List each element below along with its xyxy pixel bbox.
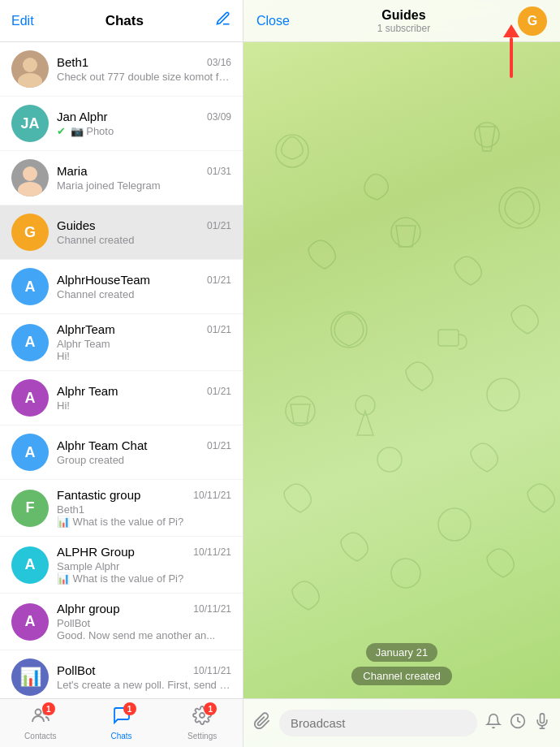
avatar-alphr-team-chat: A [11, 434, 49, 471]
channel-created-badge: Channel created [351, 667, 451, 685]
chat-item-fantastic-group[interactable]: F Fantastic group 10/11/21 Beth1 📊 What … [0, 480, 243, 537]
left-panel: Edit Chats Beth1 03/16 Check ou [0, 0, 243, 747]
chat-preview: Channel created [57, 288, 231, 300]
chat-info-maria: Maria 01/31 Maria joined Telegram [57, 164, 231, 192]
chat-info-alphr-team: AlphrTeam 01/21 Alphr Team Hi! [57, 322, 231, 362]
chat-preview: Maria joined Telegram [57, 179, 231, 192]
avatar-maria [11, 159, 49, 196]
tab-chats[interactable]: 1 Chats [81, 706, 162, 741]
chat-item-maria[interactable]: Maria 01/31 Maria joined Telegram [0, 151, 243, 205]
chat-preview: ✔ 📷 Photo [57, 125, 231, 137]
chat-info-guides: Guides 01/21 Channel created [57, 218, 231, 246]
compose-button[interactable] [215, 11, 231, 31]
settings-icon: 1 [192, 706, 212, 730]
chat-info-alphr-group: ALPHR Group 10/11/21 Sample Alphr 📊 What… [57, 545, 231, 585]
chat-preview: Sample Alphr [57, 560, 231, 572]
channel-title-area: Guides 1 subscriber [377, 8, 430, 34]
svg-point-3 [18, 182, 42, 196]
svg-point-2 [23, 166, 37, 181]
chat-preview: Channel created [57, 234, 231, 246]
tab-contacts[interactable]: 1 Contacts [0, 706, 81, 741]
chat-preview-2: Good. Now send me another an... [57, 629, 231, 641]
chat-item-pollbot[interactable]: 📊 PollBot 10/11/21 Let's create a new po… [0, 650, 243, 698]
chat-name: Beth1 [57, 55, 202, 69]
message-content: January 21 Channel created [243, 42, 560, 698]
chats-badge: 1 [123, 702, 136, 715]
chat-preview-2: 📊 What is the value of Pi? [57, 572, 231, 585]
chat-preview: Beth1 [57, 503, 231, 516]
avatar-fantastic-group: F [11, 490, 49, 527]
avatar-alphr-group: A [11, 546, 49, 584]
chat-list: Beth1 03/16 Check out 777 double size ko… [0, 42, 243, 698]
chat-date: 03/09 [207, 111, 231, 123]
chat-preview: Hi! [57, 399, 231, 412]
broadcast-input[interactable] [279, 710, 477, 736]
svg-point-1 [18, 73, 42, 88]
chat-item-alphr-team[interactable]: A AlphrTeam 01/21 Alphr Team Hi! [0, 314, 243, 371]
chat-date: 01/31 [207, 166, 231, 177]
chat-item-alphr-group[interactable]: A ALPHR Group 10/11/21 Sample Alphr 📊 Wh… [0, 537, 243, 594]
channel-avatar[interactable]: G [518, 6, 547, 36]
chats-title: Chats [106, 13, 144, 29]
chat-info-alphr-group2: Alphr group 10/11/21 PollBot Good. Now s… [57, 602, 231, 641]
chat-info-alphr-team-chat: Alphr Team Chat 01/21 Group created [57, 438, 231, 466]
avatar-alphr-group2: A [11, 603, 49, 641]
tab-settings[interactable]: 1 Settings [162, 706, 243, 741]
input-bar [243, 698, 560, 747]
chats-header: Edit Chats [0, 0, 243, 42]
chat-name: Jan Alphr [57, 110, 202, 123]
chat-item-alphr-team-chat[interactable]: A Alphr Team Chat 01/21 Group created [0, 425, 243, 480]
chat-name: Maria [57, 164, 202, 178]
arrow-head [503, 24, 519, 37]
close-button[interactable]: Close [256, 14, 290, 28]
chat-preview: Let's create a new poll. First, send me … [57, 679, 231, 691]
chat-preview: Check out 777 double size komot for ₱135… [57, 71, 231, 83]
chat-preview: PollBot [57, 617, 231, 629]
input-action-icons [485, 713, 550, 733]
right-panel: Close Guides 1 subscriber G [243, 0, 560, 747]
chat-name: ALPHR Group [57, 545, 188, 559]
chat-item-guides[interactable]: G Guides 01/21 Channel created [0, 205, 243, 260]
chat-item-alphr-group2[interactable]: A Alphr group 10/11/21 PollBot Good. Now… [0, 594, 243, 650]
clock-icon[interactable] [510, 713, 526, 733]
edit-button[interactable]: Edit [11, 14, 34, 28]
chat-date: 01/21 [207, 440, 231, 451]
chat-preview-2: Hi! [57, 350, 231, 362]
chat-item-beth1[interactable]: Beth1 03/16 Check out 777 double size ko… [0, 42, 243, 97]
chat-date: 10/11/21 [193, 546, 231, 558]
chat-info-pollbot: PollBot 10/11/21 Let's create a new poll… [57, 663, 231, 691]
microphone-icon[interactable] [534, 713, 550, 733]
svg-point-4 [35, 710, 41, 715]
settings-badge: 1 [204, 702, 217, 715]
chat-info-alphr-house-team: AlphrHouseTeam 01/21 Channel created [57, 273, 231, 300]
chat-date: 10/11/21 [193, 603, 231, 615]
chat-item-jan-alphr[interactable]: JA Jan Alphr 03/09 ✔ 📷 Photo [0, 97, 243, 151]
notification-icon[interactable] [485, 713, 502, 733]
bottom-tabs: 1 Contacts 1 Chats 1 Settings [0, 698, 243, 747]
chat-date: 03/16 [207, 57, 231, 68]
chat-item-alphr-house-team[interactable]: A AlphrHouseTeam 01/21 Channel created [0, 260, 243, 314]
chat-name: Alphr group [57, 602, 188, 615]
attach-button[interactable] [253, 712, 271, 735]
chat-date: 01/21 [207, 324, 231, 335]
channel-title: Guides [381, 8, 425, 23]
chat-info-fantastic-group: Fantastic group 10/11/21 Beth1 📊 What is… [57, 488, 231, 528]
chat-name: Alphr Team [57, 384, 202, 398]
contacts-badge: 1 [42, 702, 55, 715]
arrow-shaft [510, 37, 513, 78]
chat-date: 10/11/21 [193, 665, 231, 676]
chat-item-alphr-team2[interactable]: A Alphr Team 01/21 Hi! [0, 371, 243, 425]
contacts-icon: 1 [31, 706, 50, 730]
red-arrow-indicator [503, 24, 519, 78]
avatar-alphr-team2: A [11, 379, 49, 417]
chat-preview-2: 📊 What is the value of Pi? [57, 516, 231, 528]
message-list: January 21 Channel created [243, 42, 560, 698]
chat-date: 01/21 [207, 220, 231, 231]
chat-date: 01/21 [207, 386, 231, 397]
chat-name: Alphr Team Chat [57, 438, 202, 452]
chat-preview: Group created [57, 454, 231, 466]
chat-preview: Alphr Team [57, 338, 231, 350]
chats-icon: 1 [112, 706, 131, 730]
avatar-pollbot: 📊 [11, 658, 49, 696]
chat-date: 10/11/21 [193, 490, 231, 501]
